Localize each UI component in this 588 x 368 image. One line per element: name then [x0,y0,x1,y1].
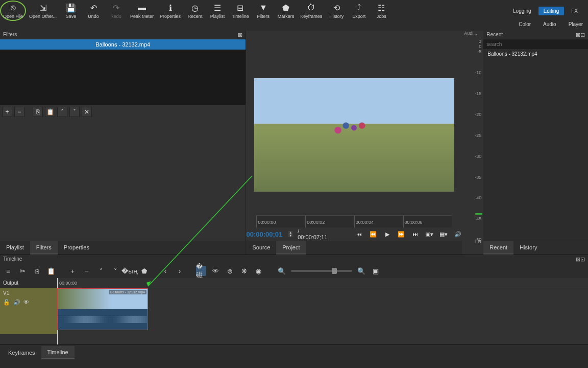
recent-close-icon[interactable]: ⊠⊡ [576,32,585,38]
fast-forward-button[interactable]: ⏩ [397,229,406,239]
current-timecode[interactable]: 00:00:00;01 [246,231,282,238]
filters-label: Filters [257,14,270,19]
export-icon: ⤴ [357,3,361,13]
tab-fx[interactable]: FX [566,7,583,15]
tl-next-marker-button[interactable]: › [175,266,185,276]
output-track-header[interactable]: Output [0,278,57,288]
tl-overwrite-button[interactable]: ˅ [110,266,120,276]
tl-copy-button[interactable]: ⎘ [32,266,42,276]
tab-logging[interactable]: Logging [508,7,536,15]
move-filter-up-button[interactable]: ˄ [57,107,67,117]
layout-tabs: Logging Editing FX [508,7,583,15]
jobs-button[interactable]: ☷ Jobs [370,1,393,21]
timeline-button[interactable]: ⊟ Timeline [229,1,252,21]
timeline-clip[interactable]: Balloons - 32132.mp4 [57,288,148,330]
tab-history[interactable]: History [513,241,543,255]
grid-button[interactable]: ▦▾ [439,229,448,239]
remove-filter-button[interactable]: − [14,107,24,117]
tl-append-button[interactable]: + [67,266,78,276]
sub-tab-audio[interactable]: Audio [543,21,556,31]
redo-label: Redo [110,14,121,19]
open-other-button[interactable]: ⇲ Open Other... [26,1,60,21]
left-panel-tabs: Playlist Filters Properties [0,241,246,255]
timecode-spinner[interactable]: ▲▼ [288,231,292,237]
tab-recent[interactable]: Recent [483,241,513,255]
timeline-track-area[interactable]: 00:00:00 Balloons - 32132.mp4 [57,278,588,344]
timeline-close-icon[interactable]: ⊠⊡ [576,256,585,263]
duration-timecode: / 00:00:07;11 [298,228,330,240]
timeline-ruler[interactable]: 00:00:00 [57,278,588,288]
tl-zoom-fit-button[interactable]: ▣ [371,266,381,276]
tab-keyframes-bottom[interactable]: Keyframes [2,347,41,359]
tl-snap-button[interactable]: �磁 [196,266,206,276]
tab-source[interactable]: Source [246,241,276,255]
track-mute-icon[interactable]: 🔊 [13,299,20,306]
history-button[interactable]: ⟲ History [325,1,348,21]
add-filter-button[interactable]: + [2,107,12,117]
tl-cut-button[interactable]: ✂ [17,266,28,276]
tl-marker-button[interactable]: ⬟ [139,266,149,276]
deselect-filter-button[interactable]: ✕ [82,107,92,117]
open-file-icon: ⎋ [11,3,16,13]
move-filter-down-button[interactable]: ˅ [69,107,80,117]
tl-split-button[interactable]: �ың [125,266,135,276]
tl-scrub-button[interactable]: 👁 [210,266,220,276]
export-button[interactable]: ⤴ Export [348,1,370,21]
redo-button[interactable]: ↷ Redo [105,1,127,21]
tab-playlist[interactable]: Playlist [0,241,30,255]
tl-zoom-slider[interactable] [291,270,352,272]
skip-next-button[interactable]: ⏭ [411,229,420,239]
recent-button[interactable]: ◷ Recent [184,1,206,21]
meter-peak-indicator [475,213,482,215]
filters-button[interactable]: ▼ Filters [252,1,275,21]
funnel-icon: ▼ [259,3,267,13]
keyframes-button[interactable]: ⏱ Keyframes [297,1,325,21]
db-40: -40 [475,195,481,200]
properties-label: Properties [160,14,181,19]
tl-remove-button[interactable]: − [82,266,92,276]
sub-tab-player[interactable]: Player [569,21,583,31]
tab-project[interactable]: Project [276,241,306,255]
skip-prev-button[interactable]: ⏮ [355,229,364,239]
copy-filter-button[interactable]: ⎘ [33,107,43,117]
video-preview[interactable] [254,78,454,192]
track-hide-icon[interactable]: 👁 [23,299,29,306]
sub-tab-color[interactable]: Color [519,21,531,31]
open-other-icon: ⇲ [40,3,46,13]
tab-properties[interactable]: Properties [58,241,95,255]
track-lock-icon[interactable]: 🔓 [3,299,10,306]
tab-editing[interactable]: Editing [538,7,565,15]
tl-ripple-all-button[interactable]: ❋ [239,266,249,276]
tl-prev-marker-button[interactable]: ‹ [160,266,170,276]
volume-button[interactable]: 🔊 [453,229,462,239]
peak-meter-icon: ▬ [138,3,146,13]
filters-close-icon[interactable]: ⊠ [238,32,242,38]
peak-meter-button[interactable]: ▬ Peak Meter [127,1,157,21]
ruler-tick-0: 00:00:00 [256,216,305,227]
timeline-icon: ⊟ [237,3,243,13]
save-button[interactable]: 💾 Save [60,1,82,21]
markers-button[interactable]: ⬟ Markers [275,1,298,21]
preview-time-ruler[interactable]: 00:00:00 00:00:02 00:00:04 00:00:06 [256,215,452,227]
recent-search-input[interactable] [483,39,588,49]
save-icon: 💾 [66,3,76,13]
paste-filter-button[interactable]: 📋 [45,107,55,117]
tab-timeline-bottom[interactable]: Timeline [41,346,75,359]
tl-paste-button[interactable]: 📋 [46,266,56,276]
play-button[interactable]: ▶ [383,229,392,239]
v1-track-header[interactable]: V1 🔓 🔊 👁 [0,288,57,334]
tl-lift-button[interactable]: ˄ [96,266,106,276]
properties-button[interactable]: ℹ Properties [157,1,184,21]
tl-zoom-out-button[interactable]: 🔍 [277,266,287,276]
tl-menu-button[interactable]: ≡ [3,266,13,276]
rewind-button[interactable]: ⏪ [369,229,378,239]
playlist-button[interactable]: ☰ Playlist [206,1,229,21]
tl-ripple-markers-button[interactable]: ◉ [253,266,263,276]
tl-zoom-in-button[interactable]: 🔍 [356,266,366,276]
zoom-fit-button[interactable]: ▣▾ [425,229,434,239]
recent-item-0[interactable]: Balloons - 32132.mp4 [483,49,588,59]
undo-button[interactable]: ↶ Undo [82,1,105,21]
tl-ripple-button[interactable]: ⊚ [225,266,235,276]
open-file-button[interactable]: ⎋ Open File [0,1,26,21]
tab-filters[interactable]: Filters [30,241,58,255]
